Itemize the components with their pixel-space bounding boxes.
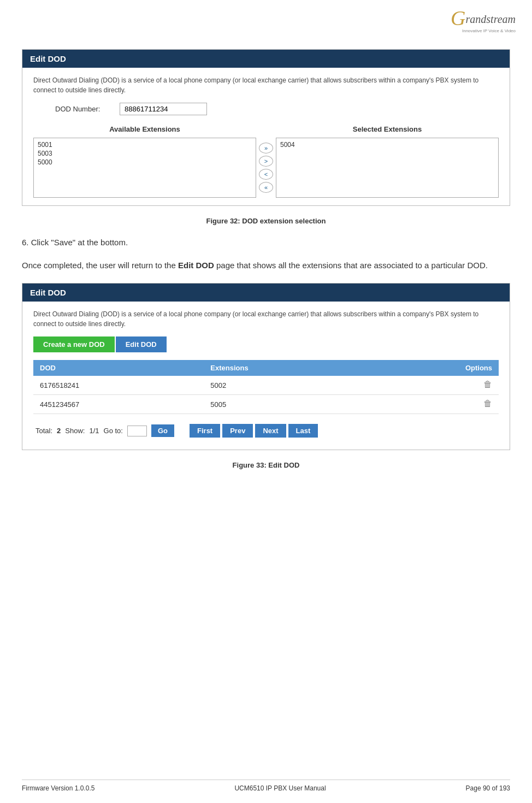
next-button[interactable]: Next (255, 424, 286, 438)
total-label: Total: (36, 427, 52, 435)
logo-brand: randstream (466, 13, 516, 26)
move-right-btn[interactable]: > (259, 156, 273, 167)
go-button[interactable]: Go (151, 424, 174, 437)
total-value: 2 (57, 427, 61, 435)
prev-button[interactable]: Prev (222, 424, 253, 438)
footer-right: Page 90 of 193 (466, 784, 510, 792)
desc-text1: Once completed, the user will return to … (22, 261, 178, 270)
figure33-caption: Figure 33: Edit DOD (22, 461, 510, 469)
selected-extensions-header: Selected Extensions (276, 125, 499, 133)
extension-value: 5005 (204, 395, 369, 414)
figure33-title: Edit DOD (22, 284, 510, 302)
move-all-right-btn[interactable]: » (259, 143, 273, 153)
footer-center: UCM6510 IP PBX User Manual (234, 784, 326, 792)
edit-dod-button[interactable]: Edit DOD (116, 336, 167, 352)
logo-letter: G (451, 8, 465, 28)
step6-text: 6. Click "Save" at the bottom. (22, 236, 510, 249)
table-row: 6176518241 5002 (33, 376, 499, 395)
options-cell (369, 395, 499, 414)
figure33-description: Direct Outward Dialing (DOD) is a servic… (33, 309, 499, 329)
dod-value: 6176518241 (33, 376, 204, 395)
dod-number-input[interactable] (120, 103, 207, 115)
list-item: 5001 (36, 140, 253, 149)
last-button[interactable]: Last (288, 424, 318, 438)
dod-table-head: DOD Extensions Options (33, 360, 499, 376)
move-left-btn[interactable]: < (259, 169, 273, 180)
extension-value: 5002 (204, 376, 369, 395)
col-header-options: Options (369, 360, 499, 376)
dod-table: DOD Extensions Options 6176518241 5002 (33, 360, 499, 414)
goto-label: Go to: (104, 427, 123, 435)
desc-bold: Edit DOD (178, 261, 214, 270)
logo-tagline: Innovative IP Voice & Video (462, 28, 516, 33)
first-button[interactable]: First (190, 424, 220, 438)
available-extensions-list: 5001 5003 5000 (33, 138, 256, 198)
dod-value: 4451234567 (33, 395, 204, 414)
figure-32-box: Edit DOD Direct Outward Dialing (DOD) is… (22, 49, 510, 206)
page-footer: Firmware Version 1.0.0.5 UCM6510 IP PBX … (22, 780, 510, 792)
desc-text2: page that shows all the extensions that … (214, 261, 488, 270)
col-header-extensions: Extensions (204, 360, 369, 376)
logo-area: G randstream Innovative IP Voice & Video (445, 5, 516, 36)
figure32-description: Direct Outward Dialing (DOD) is a servic… (33, 75, 499, 95)
show-value: 1/1 (89, 427, 99, 435)
list-item: 5003 (36, 149, 253, 158)
pagination-row: Total: 2 Show: 1/1 Go to: Go First Prev … (33, 420, 499, 442)
table-row: 4451234567 5005 (33, 395, 499, 414)
figure-33-box: Edit DOD Direct Outward Dialing (DOD) is… (22, 283, 510, 450)
show-label: Show: (65, 427, 85, 435)
description-para: Once completed, the user will return to … (22, 259, 510, 272)
delete-row1-button[interactable] (482, 380, 492, 391)
table-header-row: DOD Extensions Options (33, 360, 499, 376)
list-item: 5004 (279, 140, 496, 149)
available-extensions-header: Available Extensions (33, 125, 256, 133)
col-header-dod: DOD (33, 360, 204, 376)
list-item: 5000 (36, 158, 253, 167)
extensions-header-row: Available Extensions Selected Extensions (33, 125, 499, 133)
options-cell (369, 376, 499, 395)
transfer-arrows: » > < « (256, 138, 276, 198)
goto-input[interactable] (127, 426, 147, 436)
move-all-left-btn[interactable]: « (259, 182, 273, 193)
figure32-title: Edit DOD (22, 50, 510, 68)
dod-table-body: 6176518241 5002 4451234567 5005 (33, 376, 499, 414)
create-new-dod-button[interactable]: Create a new DOD (33, 336, 115, 352)
extensions-lists-row: 5001 5003 5000 » > < « 5004 (33, 138, 499, 198)
footer-left: Firmware Version 1.0.0.5 (22, 784, 94, 792)
figure32-caption: Figure 32: DOD extension selection (22, 217, 510, 225)
dod-number-row: DOD Number: (33, 103, 499, 115)
dod-number-label: DOD Number: (55, 105, 110, 113)
dod-buttons-row: Create a new DOD Edit DOD (33, 336, 499, 352)
delete-row2-button[interactable] (482, 399, 492, 410)
selected-extensions-list: 5004 (276, 138, 499, 198)
